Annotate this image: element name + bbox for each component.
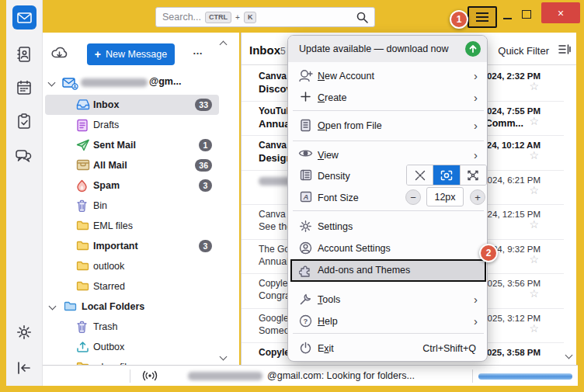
folderblue-icon xyxy=(64,300,77,311)
folder-name: Important xyxy=(93,241,138,252)
folder-item-drafts[interactable]: Drafts xyxy=(43,115,239,135)
menu-item-settings[interactable]: Settings xyxy=(288,216,488,238)
star-icon[interactable]: ☆ xyxy=(529,253,539,265)
star-icon[interactable]: ☆ xyxy=(529,149,539,161)
maximize-button[interactable] xyxy=(522,10,531,19)
menu-item-addons-and-themes[interactable]: Add-ons and Themes xyxy=(290,259,486,282)
star-icon[interactable]: ☆ xyxy=(529,322,539,335)
density-control xyxy=(406,165,487,186)
star-icon[interactable]: ☆ xyxy=(529,184,539,196)
folder-name: Bin xyxy=(93,200,107,211)
folder-item-starred[interactable]: Starred xyxy=(43,276,239,297)
spaces-toolbar xyxy=(6,0,43,386)
folder-pane: + New Message … @gm... Inbox33DraftsSent… xyxy=(43,33,239,365)
mail-space-button[interactable] xyxy=(12,5,36,29)
puzzle-icon xyxy=(298,264,313,277)
density-relaxed-button[interactable] xyxy=(461,165,486,185)
star-icon[interactable]: ☆ xyxy=(529,80,539,92)
folder-item-outlook[interactable]: outlook xyxy=(43,256,239,276)
settings-gear-button[interactable] xyxy=(16,324,33,341)
menu-item-account-settings[interactable]: Account Settings xyxy=(288,238,488,259)
get-messages-icon[interactable] xyxy=(50,46,68,60)
menu-item-new-account[interactable]: New Account › xyxy=(288,65,488,87)
density-default-button[interactable] xyxy=(433,165,460,185)
account-mail-icon xyxy=(62,78,78,90)
folder-name: All Mail xyxy=(93,160,127,171)
submenu-arrow-icon: › xyxy=(474,148,478,161)
folder-item-local-folders[interactable]: Local Folders xyxy=(43,297,239,317)
annotation-step-2: 2 xyxy=(479,244,498,262)
create-plus-icon xyxy=(298,91,313,102)
folder-item-trash[interactable]: Trash xyxy=(43,317,239,337)
chevron-down-icon[interactable] xyxy=(48,79,56,87)
menu-item-exit[interactable]: Exit Ctrl+Shift+Q xyxy=(288,338,488,359)
message-count: 5 xyxy=(280,46,286,57)
minimize-button[interactable] xyxy=(503,18,512,19)
menu-item-create[interactable]: Create › xyxy=(288,87,488,109)
font-size-decrease-button[interactable]: − xyxy=(405,189,421,205)
unread-badge: 1 xyxy=(199,139,212,151)
quick-filter-toggle[interactable]: Quick Filter xyxy=(498,45,549,57)
folder-item-mbox-files[interactable]: mbox files xyxy=(43,357,239,365)
folder-item-sent-mail[interactable]: Sent Mail1 xyxy=(43,135,239,155)
scroll-up-icon[interactable] xyxy=(220,41,228,49)
chevron-down-icon[interactable] xyxy=(49,303,57,310)
menu-separator xyxy=(293,333,484,334)
selected-folder-highlight xyxy=(45,95,219,115)
menu-separator xyxy=(293,110,484,111)
collapse-toolbar-button[interactable] xyxy=(16,362,32,374)
menu-item-view[interactable]: View › xyxy=(288,144,488,166)
folder-item-important[interactable]: Important3 xyxy=(43,236,239,256)
message-sender: Canva xyxy=(259,71,287,82)
folder-name: Sent Mail xyxy=(93,140,136,151)
address-book-button[interactable] xyxy=(16,46,32,63)
star-icon[interactable]: ☆ xyxy=(529,218,539,231)
menu-item-help[interactable]: ? Help › xyxy=(288,310,488,332)
submenu-arrow-icon: › xyxy=(474,293,478,306)
menu-item-update-available[interactable]: Update available — download now xyxy=(288,36,487,62)
chat-button[interactable] xyxy=(15,148,32,164)
density-compact-button[interactable] xyxy=(407,165,433,185)
status-divider xyxy=(130,369,130,383)
message-subject-tail: Comm... xyxy=(485,118,523,129)
folder-icon xyxy=(76,280,89,291)
folder-item-all-mail[interactable]: All Mail36 xyxy=(43,155,239,175)
app-menu-popup: Update available — download now New Acco… xyxy=(287,35,488,362)
account-row[interactable]: @gm... xyxy=(43,76,239,93)
font-size-increase-button[interactable]: + xyxy=(470,189,485,205)
svg-text:?: ? xyxy=(304,317,308,325)
new-message-button[interactable]: + New Message xyxy=(87,43,175,65)
display-options-icon[interactable] xyxy=(558,43,571,55)
menu-item-tools[interactable]: Tools › xyxy=(288,289,488,310)
mail-icon xyxy=(17,12,32,23)
message-date: /2025, 3:58 PM xyxy=(479,348,541,357)
scroll-down-icon[interactable] xyxy=(565,352,573,359)
allmail-icon xyxy=(76,159,90,171)
star-icon[interactable]: ☆ xyxy=(529,115,539,127)
account-settings-icon xyxy=(298,241,313,255)
network-activity-icon xyxy=(140,369,160,382)
power-icon xyxy=(298,342,313,354)
folder-icon xyxy=(76,220,89,231)
folder-icon xyxy=(76,260,89,271)
folder-item-eml-files[interactable]: EML files xyxy=(43,216,239,236)
menu-item-open-from-file[interactable]: Open from File › xyxy=(288,115,488,137)
more-options-button[interactable]: … xyxy=(193,45,203,57)
new-message-label: New Message xyxy=(106,49,167,60)
tasks-button[interactable] xyxy=(17,113,31,130)
global-search-input[interactable]: Search... CTRL + K xyxy=(155,7,375,27)
font-size-value: 12px xyxy=(426,187,464,206)
close-button[interactable]: × xyxy=(541,2,580,23)
eye-icon xyxy=(298,148,313,158)
search-placeholder: Search... xyxy=(162,12,201,23)
calendar-button[interactable] xyxy=(16,80,32,95)
menu-separator xyxy=(293,210,484,211)
app-menu-button[interactable] xyxy=(468,6,497,28)
folder-item-inbox[interactable]: Inbox33 xyxy=(43,95,239,115)
sent-icon xyxy=(76,139,90,151)
folder-item-spam[interactable]: Spam3 xyxy=(43,175,239,196)
folder-item-outbox[interactable]: Outbox xyxy=(43,337,239,357)
star-icon[interactable]: ☆ xyxy=(529,287,539,300)
folder-item-bin[interactable]: Bin xyxy=(43,196,239,216)
gear-icon xyxy=(298,220,313,233)
